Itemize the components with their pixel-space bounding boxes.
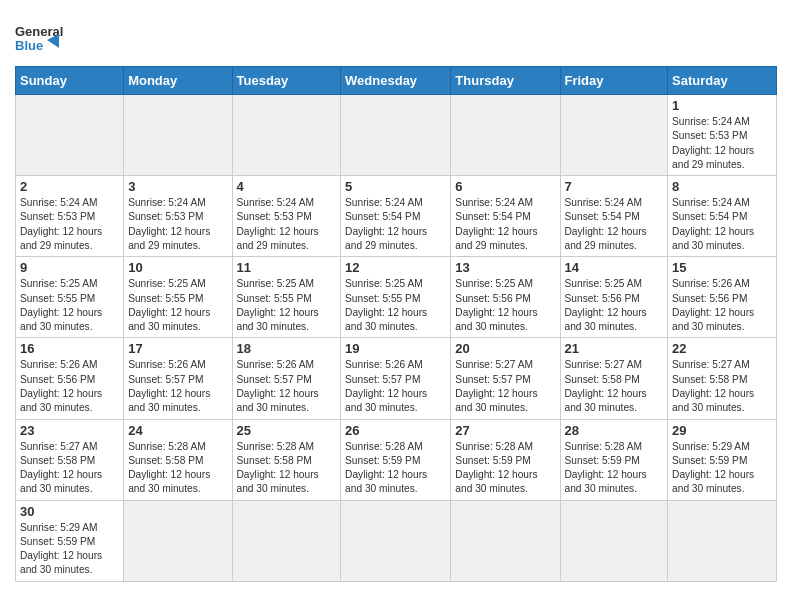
calendar-cell: 2Sunrise: 5:24 AM Sunset: 5:53 PM Daylig… <box>16 176 124 257</box>
calendar-cell: 26Sunrise: 5:28 AM Sunset: 5:59 PM Dayli… <box>341 419 451 500</box>
day-info: Sunrise: 5:24 AM Sunset: 5:53 PM Dayligh… <box>128 196 227 253</box>
calendar-week-row: 1Sunrise: 5:24 AM Sunset: 5:53 PM Daylig… <box>16 95 777 176</box>
calendar-header-row: SundayMondayTuesdayWednesdayThursdayFrid… <box>16 67 777 95</box>
calendar-cell <box>451 95 560 176</box>
day-number: 11 <box>237 260 337 275</box>
day-number: 10 <box>128 260 227 275</box>
calendar-cell: 27Sunrise: 5:28 AM Sunset: 5:59 PM Dayli… <box>451 419 560 500</box>
weekday-header-tuesday: Tuesday <box>232 67 341 95</box>
day-number: 1 <box>672 98 772 113</box>
day-number: 5 <box>345 179 446 194</box>
day-info: Sunrise: 5:26 AM Sunset: 5:57 PM Dayligh… <box>345 358 446 415</box>
day-number: 2 <box>20 179 119 194</box>
day-info: Sunrise: 5:27 AM Sunset: 5:57 PM Dayligh… <box>455 358 555 415</box>
day-number: 12 <box>345 260 446 275</box>
calendar-cell: 6Sunrise: 5:24 AM Sunset: 5:54 PM Daylig… <box>451 176 560 257</box>
calendar-cell <box>560 95 668 176</box>
day-number: 3 <box>128 179 227 194</box>
calendar-cell: 16Sunrise: 5:26 AM Sunset: 5:56 PM Dayli… <box>16 338 124 419</box>
day-info: Sunrise: 5:28 AM Sunset: 5:58 PM Dayligh… <box>237 440 337 497</box>
day-number: 8 <box>672 179 772 194</box>
day-number: 15 <box>672 260 772 275</box>
day-info: Sunrise: 5:25 AM Sunset: 5:56 PM Dayligh… <box>565 277 664 334</box>
day-number: 27 <box>455 423 555 438</box>
day-info: Sunrise: 5:28 AM Sunset: 5:58 PM Dayligh… <box>128 440 227 497</box>
day-number: 28 <box>565 423 664 438</box>
day-info: Sunrise: 5:24 AM Sunset: 5:53 PM Dayligh… <box>20 196 119 253</box>
calendar-cell: 22Sunrise: 5:27 AM Sunset: 5:58 PM Dayli… <box>668 338 777 419</box>
day-info: Sunrise: 5:27 AM Sunset: 5:58 PM Dayligh… <box>565 358 664 415</box>
day-number: 25 <box>237 423 337 438</box>
weekday-header-sunday: Sunday <box>16 67 124 95</box>
day-info: Sunrise: 5:25 AM Sunset: 5:55 PM Dayligh… <box>20 277 119 334</box>
logo: GeneralBlue <box>15 18 65 62</box>
day-info: Sunrise: 5:24 AM Sunset: 5:53 PM Dayligh… <box>672 115 772 172</box>
day-number: 30 <box>20 504 119 519</box>
day-number: 7 <box>565 179 664 194</box>
calendar-table: SundayMondayTuesdayWednesdayThursdayFrid… <box>15 66 777 582</box>
day-number: 4 <box>237 179 337 194</box>
day-number: 17 <box>128 341 227 356</box>
day-number: 13 <box>455 260 555 275</box>
day-info: Sunrise: 5:29 AM Sunset: 5:59 PM Dayligh… <box>20 521 119 578</box>
day-info: Sunrise: 5:25 AM Sunset: 5:56 PM Dayligh… <box>455 277 555 334</box>
calendar-cell: 11Sunrise: 5:25 AM Sunset: 5:55 PM Dayli… <box>232 257 341 338</box>
day-number: 22 <box>672 341 772 356</box>
day-number: 6 <box>455 179 555 194</box>
calendar-cell: 19Sunrise: 5:26 AM Sunset: 5:57 PM Dayli… <box>341 338 451 419</box>
weekday-header-friday: Friday <box>560 67 668 95</box>
day-info: Sunrise: 5:26 AM Sunset: 5:57 PM Dayligh… <box>128 358 227 415</box>
calendar-cell: 7Sunrise: 5:24 AM Sunset: 5:54 PM Daylig… <box>560 176 668 257</box>
calendar-week-row: 23Sunrise: 5:27 AM Sunset: 5:58 PM Dayli… <box>16 419 777 500</box>
calendar-cell: 13Sunrise: 5:25 AM Sunset: 5:56 PM Dayli… <box>451 257 560 338</box>
calendar-cell: 30Sunrise: 5:29 AM Sunset: 5:59 PM Dayli… <box>16 500 124 581</box>
day-info: Sunrise: 5:24 AM Sunset: 5:53 PM Dayligh… <box>237 196 337 253</box>
calendar-cell <box>341 500 451 581</box>
weekday-header-saturday: Saturday <box>668 67 777 95</box>
day-number: 23 <box>20 423 119 438</box>
calendar-cell <box>16 95 124 176</box>
calendar-cell: 5Sunrise: 5:24 AM Sunset: 5:54 PM Daylig… <box>341 176 451 257</box>
day-number: 16 <box>20 341 119 356</box>
day-number: 24 <box>128 423 227 438</box>
calendar-week-row: 9Sunrise: 5:25 AM Sunset: 5:55 PM Daylig… <box>16 257 777 338</box>
calendar-cell: 18Sunrise: 5:26 AM Sunset: 5:57 PM Dayli… <box>232 338 341 419</box>
svg-text:Blue: Blue <box>15 38 43 53</box>
calendar-cell: 12Sunrise: 5:25 AM Sunset: 5:55 PM Dayli… <box>341 257 451 338</box>
calendar-cell: 10Sunrise: 5:25 AM Sunset: 5:55 PM Dayli… <box>124 257 232 338</box>
day-number: 19 <box>345 341 446 356</box>
day-number: 14 <box>565 260 664 275</box>
day-info: Sunrise: 5:24 AM Sunset: 5:54 PM Dayligh… <box>565 196 664 253</box>
day-number: 18 <box>237 341 337 356</box>
calendar-cell: 20Sunrise: 5:27 AM Sunset: 5:57 PM Dayli… <box>451 338 560 419</box>
calendar-cell: 14Sunrise: 5:25 AM Sunset: 5:56 PM Dayli… <box>560 257 668 338</box>
day-info: Sunrise: 5:26 AM Sunset: 5:56 PM Dayligh… <box>20 358 119 415</box>
calendar-cell: 24Sunrise: 5:28 AM Sunset: 5:58 PM Dayli… <box>124 419 232 500</box>
day-info: Sunrise: 5:27 AM Sunset: 5:58 PM Dayligh… <box>20 440 119 497</box>
calendar-cell: 4Sunrise: 5:24 AM Sunset: 5:53 PM Daylig… <box>232 176 341 257</box>
calendar-week-row: 16Sunrise: 5:26 AM Sunset: 5:56 PM Dayli… <box>16 338 777 419</box>
calendar-cell <box>668 500 777 581</box>
calendar-cell: 1Sunrise: 5:24 AM Sunset: 5:53 PM Daylig… <box>668 95 777 176</box>
calendar-cell: 29Sunrise: 5:29 AM Sunset: 5:59 PM Dayli… <box>668 419 777 500</box>
calendar-cell: 8Sunrise: 5:24 AM Sunset: 5:54 PM Daylig… <box>668 176 777 257</box>
calendar-cell <box>232 95 341 176</box>
header: GeneralBlue <box>15 10 777 62</box>
calendar-cell: 21Sunrise: 5:27 AM Sunset: 5:58 PM Dayli… <box>560 338 668 419</box>
weekday-header-monday: Monday <box>124 67 232 95</box>
calendar-cell <box>124 500 232 581</box>
day-info: Sunrise: 5:24 AM Sunset: 5:54 PM Dayligh… <box>455 196 555 253</box>
calendar-cell <box>124 95 232 176</box>
calendar-cell <box>232 500 341 581</box>
day-info: Sunrise: 5:27 AM Sunset: 5:58 PM Dayligh… <box>672 358 772 415</box>
day-number: 20 <box>455 341 555 356</box>
calendar-cell: 3Sunrise: 5:24 AM Sunset: 5:53 PM Daylig… <box>124 176 232 257</box>
day-info: Sunrise: 5:26 AM Sunset: 5:56 PM Dayligh… <box>672 277 772 334</box>
calendar-cell: 15Sunrise: 5:26 AM Sunset: 5:56 PM Dayli… <box>668 257 777 338</box>
calendar-cell: 23Sunrise: 5:27 AM Sunset: 5:58 PM Dayli… <box>16 419 124 500</box>
day-info: Sunrise: 5:29 AM Sunset: 5:59 PM Dayligh… <box>672 440 772 497</box>
logo-svg: GeneralBlue <box>15 18 65 62</box>
calendar-cell: 25Sunrise: 5:28 AM Sunset: 5:58 PM Dayli… <box>232 419 341 500</box>
day-info: Sunrise: 5:25 AM Sunset: 5:55 PM Dayligh… <box>345 277 446 334</box>
day-number: 21 <box>565 341 664 356</box>
